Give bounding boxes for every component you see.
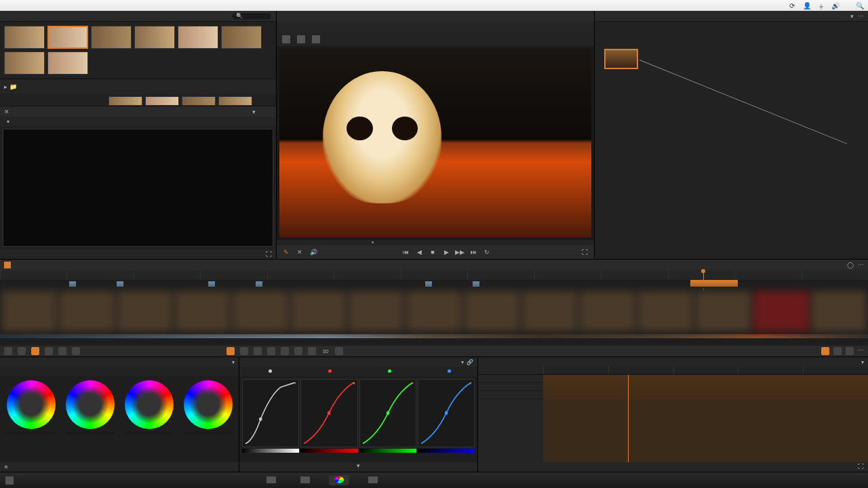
stills-thumb[interactable] bbox=[182, 96, 216, 106]
curves-link-icon[interactable]: 🔗 bbox=[467, 359, 473, 365]
current-clip-marker[interactable] bbox=[690, 280, 738, 287]
gallery-thumb[interactable] bbox=[178, 26, 218, 49]
keyframes-options-icon[interactable]: ⋯ bbox=[858, 347, 864, 355]
blur-icon[interactable] bbox=[281, 347, 289, 355]
red-curve[interactable] bbox=[300, 379, 357, 447]
clips-view-icon[interactable] bbox=[4, 262, 11, 268]
out-marker[interactable] bbox=[473, 281, 479, 287]
out-marker[interactable] bbox=[256, 281, 262, 287]
in-marker[interactable] bbox=[208, 281, 215, 287]
sizing-icon[interactable] bbox=[308, 347, 316, 355]
keyframe-area[interactable] bbox=[543, 375, 868, 462]
gallery-search[interactable]: 🔍 bbox=[231, 12, 272, 20]
scopes-dropdown-icon[interactable]: ▾ bbox=[252, 108, 256, 115]
highlight-icon[interactable] bbox=[312, 35, 320, 43]
chevron-down-icon[interactable]: ▾ bbox=[850, 13, 854, 20]
expand-viewer-icon[interactable]: ⛶ bbox=[580, 248, 589, 256]
3d-icon[interactable]: 3D bbox=[321, 347, 330, 355]
curves-icon[interactable] bbox=[72, 347, 80, 355]
color-match-icon[interactable] bbox=[18, 347, 26, 355]
next-frame-icon[interactable]: ▶▶ bbox=[456, 248, 464, 256]
motion-effects-icon[interactable] bbox=[58, 347, 66, 355]
chevron-down-icon[interactable]: ▾ bbox=[7, 119, 9, 125]
last-frame-icon[interactable]: ⏭ bbox=[469, 248, 477, 256]
chevron-down-icon[interactable]: ▾ bbox=[861, 359, 864, 365]
tab-media[interactable] bbox=[261, 475, 281, 485]
node-graph[interactable] bbox=[595, 22, 868, 259]
user-icon[interactable]: 👤 bbox=[803, 2, 811, 9]
keyframe-playhead[interactable] bbox=[628, 375, 629, 462]
prev-frame-icon[interactable]: ◀ bbox=[415, 248, 423, 256]
gamma-wheel[interactable] bbox=[66, 380, 115, 429]
kf-expand-icon[interactable]: ⛶ bbox=[858, 463, 864, 470]
scopes-close-icon[interactable]: ✕ bbox=[4, 108, 9, 115]
color-wheels-icon[interactable] bbox=[31, 347, 39, 355]
rgb-mixer-icon[interactable] bbox=[45, 347, 53, 355]
stills-thumb[interactable] bbox=[145, 96, 179, 106]
keyframe-timecode[interactable] bbox=[478, 367, 543, 374]
kf-track-corrector[interactable] bbox=[478, 383, 543, 391]
wifi-icon[interactable]: ⏚ bbox=[819, 2, 823, 9]
keyframes-mode-icon[interactable] bbox=[821, 347, 829, 355]
viewer-canvas[interactable] bbox=[279, 49, 591, 237]
clip-thumbnails[interactable] bbox=[0, 288, 868, 334]
tab-edit[interactable] bbox=[295, 475, 315, 485]
gamma-slider[interactable] bbox=[66, 432, 115, 434]
green-curve[interactable] bbox=[359, 379, 416, 447]
home-icon[interactable] bbox=[5, 476, 14, 485]
unmute-icon[interactable]: 🔊 bbox=[309, 248, 317, 256]
timeline-filter-icon[interactable]: ◯ bbox=[847, 262, 854, 268]
key-icon[interactable] bbox=[294, 347, 302, 355]
tab-color[interactable] bbox=[329, 475, 349, 485]
gallery-thumb[interactable] bbox=[47, 26, 88, 49]
gallery-thumb[interactable] bbox=[221, 26, 262, 49]
tab-deliver[interactable] bbox=[363, 475, 383, 485]
node-1[interactable] bbox=[604, 49, 638, 69]
in-marker[interactable] bbox=[69, 281, 76, 287]
in-marker[interactable] bbox=[425, 281, 432, 287]
nodes-options-icon[interactable]: ⋯ bbox=[858, 13, 864, 20]
stills-thumb[interactable] bbox=[108, 96, 142, 106]
expand-icon[interactable]: ⛶ bbox=[266, 251, 272, 258]
lift-wheel[interactable] bbox=[7, 380, 56, 429]
gallery-thumb[interactable] bbox=[47, 52, 88, 75]
first-frame-icon[interactable]: ⏮ bbox=[401, 248, 410, 256]
luminance-curve[interactable] bbox=[242, 379, 299, 447]
crop-icon[interactable]: ✕ bbox=[296, 248, 304, 256]
spotlight-icon[interactable]: 🔍 bbox=[856, 2, 864, 9]
chevron-down-icon[interactable]: ▾ bbox=[461, 359, 464, 365]
image-wipe-icon[interactable] bbox=[282, 35, 290, 43]
split-screen-icon[interactable] bbox=[297, 35, 305, 43]
eyedropper-icon[interactable]: ✎ bbox=[282, 248, 290, 256]
timeline-options-icon[interactable]: ⋯ bbox=[858, 262, 864, 268]
curves-expand-icon[interactable]: ▾ bbox=[357, 462, 360, 469]
chevron-down-icon[interactable]: ▾ bbox=[232, 359, 235, 365]
gain-wheel[interactable] bbox=[125, 380, 174, 429]
gallery-thumb[interactable] bbox=[4, 26, 45, 49]
gain-slider[interactable] bbox=[125, 432, 174, 434]
timeline-ruler[interactable] bbox=[0, 270, 868, 280]
loop-icon[interactable]: ↻ bbox=[483, 248, 491, 256]
play-icon[interactable]: ▶ bbox=[442, 248, 450, 256]
keyframes-zoom-icon[interactable] bbox=[846, 347, 854, 355]
lift-slider[interactable] bbox=[7, 432, 56, 434]
keyframes-all-icon[interactable] bbox=[833, 347, 842, 355]
stereoscopic-icon[interactable] bbox=[335, 347, 343, 355]
offset-slider[interactable] bbox=[184, 432, 233, 434]
tracking-icon[interactable] bbox=[267, 347, 275, 355]
qualifier-icon[interactable] bbox=[240, 347, 248, 355]
scrub-handle[interactable] bbox=[372, 241, 374, 243]
out-marker[interactable] bbox=[117, 281, 123, 287]
blue-curve[interactable] bbox=[418, 379, 475, 447]
curves-tab-icon[interactable] bbox=[226, 347, 235, 355]
gallery-thumb[interactable] bbox=[134, 26, 175, 49]
window-icon[interactable] bbox=[254, 347, 262, 355]
volume-icon[interactable]: 🔊 bbox=[831, 2, 840, 9]
camera-raw-icon[interactable] bbox=[4, 347, 12, 355]
gallery-thumb[interactable] bbox=[4, 52, 45, 75]
stills-folder-icon[interactable]: ▸ 📁 bbox=[4, 83, 17, 90]
kf-track-sizing[interactable] bbox=[478, 391, 543, 399]
offset-wheel[interactable] bbox=[184, 380, 233, 429]
stop-icon[interactable]: ■ bbox=[429, 248, 437, 256]
stills-thumb[interactable] bbox=[218, 96, 252, 106]
